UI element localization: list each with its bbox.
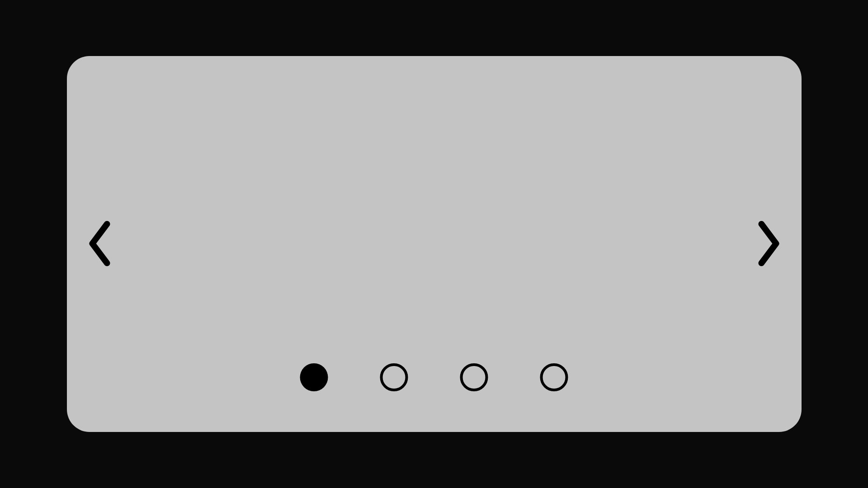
pagination-dots — [300, 363, 568, 391]
pagination-dot-2[interactable] — [380, 363, 408, 391]
carousel-container — [67, 56, 802, 432]
pagination-dot-1[interactable] — [300, 363, 328, 391]
prev-button[interactable] — [80, 214, 119, 274]
chevron-right-icon — [754, 219, 783, 270]
next-button[interactable] — [750, 214, 788, 274]
chevron-left-icon — [85, 219, 114, 270]
pagination-dot-3[interactable] — [460, 363, 488, 391]
pagination-dot-4[interactable] — [540, 363, 568, 391]
